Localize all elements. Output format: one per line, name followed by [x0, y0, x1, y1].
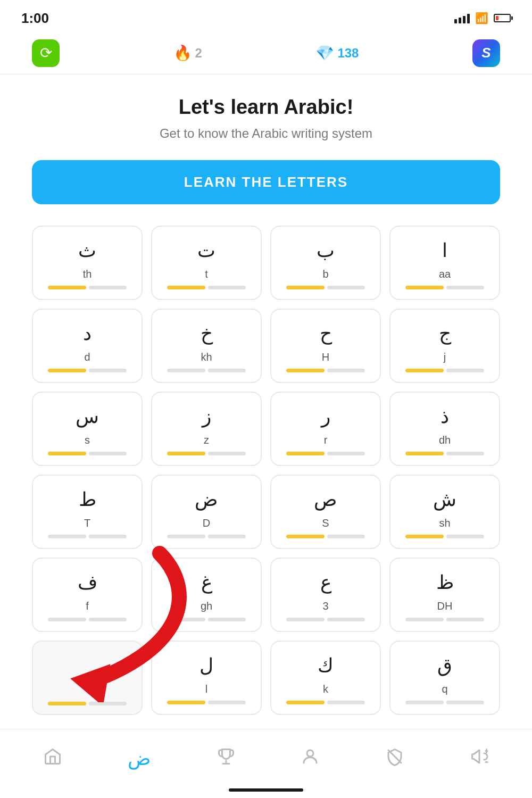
- letter-card[interactable]: لl: [151, 641, 262, 715]
- letter-grid: ثthتtبbاaaدdخkhحHجjسsزzرrذdhطTضDصSشshفfغ…: [32, 226, 500, 720]
- nav-arabic[interactable]: ض: [119, 743, 160, 774]
- letter-card[interactable]: غgh: [151, 558, 262, 632]
- letter-card[interactable]: جj: [389, 309, 500, 383]
- letter-progress: [286, 535, 364, 538]
- letter-card[interactable]: خkh: [151, 309, 262, 383]
- arabic-letter: ج: [439, 322, 451, 345]
- letter-latin: s: [85, 434, 90, 446]
- letter-progress: [167, 286, 245, 289]
- letter-card[interactable]: قq: [389, 641, 500, 715]
- page-subtitle: Get to know the Arabic writing system: [32, 126, 500, 141]
- letter-progress: [48, 452, 126, 455]
- letter-card[interactable]: ع3: [270, 558, 381, 632]
- arabic-letter: ذ: [440, 405, 449, 428]
- trophy-icon: [217, 747, 236, 770]
- arabic-letter: ص: [314, 488, 337, 511]
- arabic-letter: غ: [201, 571, 212, 594]
- letter-card[interactable]: ذdh: [389, 392, 500, 466]
- arabic-letter: ا: [442, 239, 447, 262]
- arabic-letter: ط: [79, 488, 96, 511]
- letter-latin: 3: [322, 600, 328, 612]
- letter-card[interactable]: [32, 641, 143, 715]
- owl-nav-item[interactable]: ⟳: [32, 39, 60, 67]
- arabic-letter: ل: [200, 654, 213, 677]
- letter-progress: [286, 369, 364, 372]
- letter-card[interactable]: طT: [32, 475, 143, 549]
- letter-progress: [167, 369, 245, 372]
- battery-icon: [494, 14, 511, 22]
- main-content: Let's learn Arabic! Get to know the Arab…: [0, 74, 532, 729]
- letter-progress: [167, 701, 245, 704]
- nav-home[interactable]: [35, 743, 71, 775]
- nav-trophy[interactable]: [208, 743, 244, 775]
- letter-card[interactable]: سs: [32, 392, 143, 466]
- letter-card[interactable]: زz: [151, 392, 262, 466]
- arabic-letter: ظ: [436, 571, 454, 594]
- fire-streak[interactable]: 🔥 2: [173, 44, 202, 62]
- scroll-area: Let's learn Arabic! Get to know the Arab…: [0, 74, 532, 729]
- letter-card[interactable]: حH: [270, 309, 381, 383]
- letter-card[interactable]: رr: [270, 392, 381, 466]
- arabic-letter: ر: [321, 405, 330, 428]
- letter-latin: j: [444, 351, 446, 363]
- letter-latin: f: [86, 600, 89, 612]
- letter-progress: [405, 701, 484, 704]
- letter-progress: [405, 452, 484, 455]
- nav-profile[interactable]: [292, 743, 328, 775]
- status-icons: 📶: [454, 12, 511, 24]
- nav-announcements[interactable]: [461, 743, 497, 775]
- letter-latin: d: [84, 351, 90, 363]
- letter-card[interactable]: دd: [32, 309, 143, 383]
- streak-shield[interactable]: S: [472, 39, 500, 67]
- letter-card[interactable]: صS: [270, 475, 381, 549]
- svg-point-1: [307, 750, 313, 757]
- letter-card[interactable]: ظDH: [389, 558, 500, 632]
- gem-count[interactable]: 💎 138: [315, 44, 359, 62]
- nav-shield[interactable]: [377, 743, 413, 775]
- home-indicator: [229, 788, 303, 792]
- arabic-letter: ف: [78, 571, 97, 594]
- letter-latin: dh: [439, 434, 451, 446]
- arabic-letter: ث: [78, 239, 96, 262]
- letter-latin: S: [322, 517, 329, 529]
- arabic-letter: ض: [195, 488, 218, 511]
- arabic-letter: ح: [320, 322, 332, 345]
- arabic-letter: س: [76, 405, 99, 428]
- letter-card[interactable]: اaa: [389, 226, 500, 300]
- letter-card[interactable]: تt: [151, 226, 262, 300]
- status-bar: 1:00 📶: [0, 0, 532, 32]
- letter-card[interactable]: بb: [270, 226, 381, 300]
- owl-icon[interactable]: ⟳: [32, 39, 60, 67]
- letter-latin: H: [322, 351, 329, 363]
- streak-icon: S: [472, 39, 500, 67]
- letter-latin: t: [205, 268, 208, 280]
- letter-latin: l: [205, 683, 207, 695]
- arabic-letter: ك: [318, 654, 334, 677]
- letter-progress: [167, 452, 245, 455]
- gem-value: 138: [337, 46, 359, 61]
- arabic-letter: خ: [201, 322, 213, 345]
- letter-card[interactable]: شsh: [389, 475, 500, 549]
- letter-progress: [405, 369, 484, 372]
- letter-card[interactable]: ثth: [32, 226, 143, 300]
- letter-progress: [286, 701, 364, 704]
- letter-progress: [48, 618, 126, 621]
- letter-card[interactable]: كk: [270, 641, 381, 715]
- status-time: 1:00: [21, 10, 49, 27]
- gem-icon: 💎: [315, 44, 334, 62]
- arabic-letter: ش: [433, 488, 456, 511]
- letter-latin: th: [83, 268, 92, 280]
- arabic-letter: ت: [197, 239, 215, 262]
- letter-progress: [48, 369, 126, 372]
- home-icon: [43, 747, 62, 770]
- letter-card[interactable]: فf: [32, 558, 143, 632]
- letter-card[interactable]: ضD: [151, 475, 262, 549]
- arabic-icon: ض: [128, 747, 151, 770]
- letter-latin: aa: [439, 268, 451, 280]
- letter-latin: sh: [439, 517, 450, 529]
- wifi-icon: 📶: [475, 12, 488, 24]
- fire-count: 2: [195, 46, 202, 61]
- letter-latin: z: [204, 434, 209, 446]
- letter-progress: [405, 618, 484, 621]
- learn-letters-button[interactable]: LEARN THE LETTERS: [32, 160, 500, 204]
